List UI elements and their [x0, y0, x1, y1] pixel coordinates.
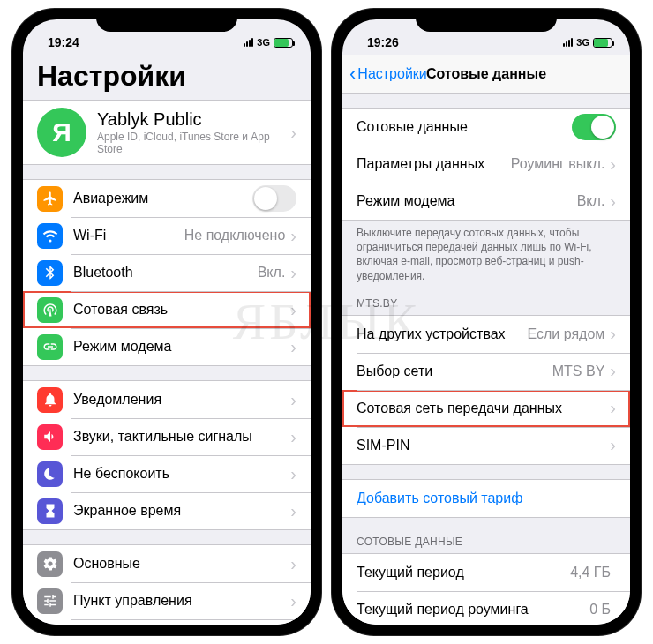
signal-icon [563, 38, 573, 47]
chevron-icon: › [290, 263, 296, 283]
back-button[interactable]: ‹ Настройки [342, 63, 427, 86]
wifi-icon [37, 223, 63, 249]
chevron-icon: › [290, 501, 296, 521]
status-time: 19:26 [367, 35, 399, 49]
account-name: Yablyk Public [97, 109, 290, 130]
signal-icon [244, 38, 253, 47]
row-current-period[interactable]: Текущий период 4,4 ГБ [342, 554, 630, 591]
row-network-selection[interactable]: Выбор сети MTS BY › [342, 353, 630, 390]
chevron-left-icon: ‹ [349, 63, 356, 86]
status-network: 3G [257, 37, 270, 48]
row-general[interactable]: Основные › [23, 545, 311, 582]
notch [416, 9, 557, 32]
row-bluetooth[interactable]: Bluetooth Вкл. › [23, 254, 311, 291]
hourglass-icon [37, 498, 63, 524]
chevron-icon: › [290, 337, 296, 357]
chevron-icon: › [610, 398, 616, 418]
notch [96, 9, 237, 32]
chevron-icon: › [610, 361, 616, 381]
status-network: 3G [576, 37, 589, 48]
usage-header: СОТОВЫЕ ДАННЫЕ [342, 532, 630, 553]
avatar: Я [37, 108, 86, 157]
row-control-center[interactable]: Пункт управления › [23, 582, 311, 619]
chevron-icon: › [610, 435, 616, 455]
chevron-icon: › [290, 300, 296, 320]
row-hotspot[interactable]: Режим модема Вкл. › [342, 183, 630, 220]
sliders-icon [37, 588, 63, 614]
phone-right: 19:26 3G ‹ Настройки Сотовые данные Сото… [332, 9, 641, 635]
chevron-icon: › [290, 554, 296, 574]
row-sounds[interactable]: Звуки, тактильные сигналы › [23, 418, 311, 455]
row-other-devices[interactable]: На других устройствах Если рядом › [342, 316, 630, 353]
status-time: 19:24 [48, 35, 79, 49]
gear-icon [37, 551, 63, 577]
link-icon [37, 334, 63, 360]
row-wifi[interactable]: Wi-Fi Не подключено › [23, 217, 311, 254]
airplane-switch[interactable] [252, 185, 296, 212]
row-cellular-data[interactable]: Сотовые данные [342, 109, 630, 146]
chevron-icon: › [290, 390, 296, 410]
bluetooth-icon [37, 260, 63, 286]
moon-icon [37, 461, 63, 487]
row-data-options[interactable]: Параметры данных Роуминг выкл. › [342, 146, 630, 183]
row-dnd[interactable]: Не беспокоить › [23, 455, 311, 492]
row-add-plan[interactable]: Добавить сотовый тариф [342, 480, 630, 517]
chevron-icon: › [290, 464, 296, 484]
row-roaming-period[interactable]: Текущий период роуминга 0 Б [342, 591, 630, 625]
airplane-icon [37, 186, 63, 212]
footer-text: Выключите передачу сотовых данных, чтобы… [342, 221, 630, 288]
cellular-data-switch[interactable] [572, 114, 616, 140]
phone-left: 19:24 3G Настройки Я Yablyk Public Apple… [12, 9, 321, 635]
row-notifications[interactable]: Уведомления › [23, 381, 311, 418]
chevron-icon: › [290, 123, 296, 143]
account-row[interactable]: Я Yablyk Public Apple ID, iCloud, iTunes… [23, 101, 311, 164]
chevron-icon: › [290, 427, 296, 447]
row-screentime[interactable]: Экранное время › [23, 492, 311, 529]
nav-title-large: Настройки [23, 55, 311, 100]
chevron-icon: › [290, 591, 296, 611]
navbar: ‹ Настройки Сотовые данные [342, 55, 630, 94]
chevron-icon: › [610, 154, 616, 175]
chevron-icon: › [610, 191, 616, 212]
chevron-icon: › [290, 226, 296, 246]
row-sim-pin[interactable]: SIM-PIN › [342, 427, 630, 464]
row-hotspot[interactable]: Режим модема › [23, 328, 311, 365]
antenna-icon [37, 297, 63, 323]
battery-icon [274, 38, 293, 48]
row-display[interactable]: AA Экран и яркость › [23, 619, 311, 625]
account-sub: Apple ID, iCloud, iTunes Store и App Sto… [97, 131, 290, 155]
battery-icon [593, 38, 612, 48]
notifications-icon [37, 387, 63, 413]
row-cellular[interactable]: Сотовая связь › [23, 291, 311, 328]
row-airplane[interactable]: Авиарежим [23, 180, 311, 217]
sounds-icon [37, 424, 63, 450]
row-cellular-network[interactable]: Сотовая сеть передачи данных › [342, 390, 630, 427]
carrier-header: MTS.BY [342, 294, 630, 315]
chevron-icon: › [610, 324, 616, 344]
